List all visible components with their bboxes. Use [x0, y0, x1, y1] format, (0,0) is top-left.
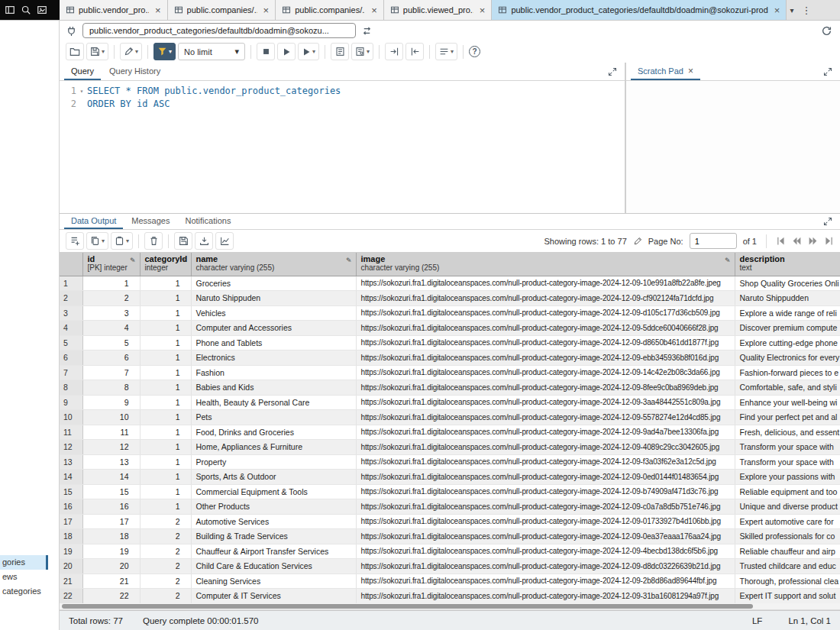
cell-name[interactable]: Automotive Services [191, 514, 356, 529]
cell-description[interactable]: Transform your space with [735, 440, 840, 455]
cell-description[interactable]: Explore cutting-edge phone [735, 335, 840, 351]
column-header-name[interactable]: name character varying (255) ✎ [191, 253, 356, 276]
cell-description[interactable]: Transform your space with [735, 454, 840, 470]
swap-connection-icon[interactable] [361, 25, 373, 37]
table-row[interactable]: 20 20 2 Child Care & Education Services … [60, 559, 840, 574]
close-icon[interactable]: × [688, 66, 693, 76]
scratch-pad-editor[interactable] [626, 81, 840, 213]
eol-indicator[interactable]: LF [752, 616, 762, 625]
cell-name[interactable]: Cleaning Services [191, 573, 356, 589]
connection-input[interactable] [82, 23, 356, 38]
delete-rows-button[interactable] [144, 232, 163, 250]
cell-id[interactable]: 9 [82, 395, 140, 410]
edit-button[interactable]: ▾ [120, 43, 142, 60]
row-number-cell[interactable]: 3 [60, 305, 82, 321]
cell-name[interactable]: Fashion [191, 365, 356, 380]
cell-id[interactable]: 22 [82, 589, 140, 604]
download-results-button[interactable] [195, 232, 213, 250]
cell-name[interactable]: Naruto Shippuden [191, 291, 356, 306]
column-header-description[interactable]: description text [735, 253, 840, 276]
refresh-icon[interactable] [821, 25, 832, 37]
cell-id[interactable]: 19 [82, 544, 140, 559]
cell-description[interactable]: Enhance your well-being wi [735, 395, 840, 410]
column-header-image[interactable]: image character varying (255) ✎ [356, 253, 735, 276]
last-page-button[interactable] [824, 236, 834, 246]
cell-description[interactable]: Comfortable, safe, and styli [735, 380, 840, 396]
close-icon[interactable]: × [774, 5, 780, 15]
cell-categoryId[interactable]: 1 [140, 291, 191, 306]
page-number-input[interactable] [690, 233, 737, 249]
copy-button[interactable]: ▾ [86, 232, 108, 250]
cell-id[interactable]: 7 [82, 365, 140, 380]
cell-categoryId[interactable]: 1 [140, 454, 191, 470]
cell-categoryId[interactable]: 1 [140, 440, 191, 455]
cell-name[interactable]: Health, Beauty & Personal Care [191, 395, 356, 410]
pencil-icon[interactable]: ✎ [725, 257, 731, 264]
row-number-cell[interactable]: 6 [60, 351, 82, 366]
cell-image[interactable]: https://sokozuri.fra1.digitaloceanspaces… [356, 380, 735, 396]
row-number-cell[interactable]: 8 [60, 380, 82, 396]
row-number-cell[interactable]: 2 [60, 291, 82, 306]
search-icon[interactable] [21, 5, 31, 15]
row-number-cell[interactable]: 5 [60, 335, 82, 351]
cell-id[interactable]: 1 [82, 276, 140, 291]
cell-id[interactable]: 11 [82, 425, 140, 440]
table-row[interactable]: 22 22 2 Computer & IT Services https://s… [60, 589, 840, 604]
table-row[interactable]: 9 9 1 Health, Beauty & Personal Care htt… [60, 395, 840, 410]
cell-description[interactable]: Explore a wide range of reli [735, 305, 840, 321]
cell-name[interactable]: Property [191, 454, 356, 470]
tab-notifications[interactable]: Notifications [178, 214, 237, 229]
cell-description[interactable]: Unique and diverse product [735, 499, 840, 515]
cell-categoryId[interactable]: 2 [140, 529, 191, 544]
cell-categoryId[interactable]: 1 [140, 484, 191, 499]
cell-id[interactable]: 2 [82, 291, 140, 306]
column-header-categoryId[interactable]: categoryId integer ✎ [140, 253, 191, 276]
tree-item-views[interactable]: ews [0, 570, 48, 584]
cell-name[interactable]: Home, Appliances & Furniture [191, 440, 356, 455]
row-number-cell[interactable]: 4 [60, 321, 82, 336]
table-row[interactable]: 4 4 1 Computer and Accessories https://s… [60, 321, 840, 336]
pencil-icon[interactable] [633, 237, 642, 246]
cell-id[interactable]: 10 [82, 410, 140, 425]
cell-name[interactable]: Pets [191, 410, 356, 425]
cell-name[interactable]: Child Care & Education Services [191, 559, 356, 574]
cell-name[interactable]: Phone and Tablets [191, 335, 356, 351]
table-row[interactable]: 15 15 1 Commercial Equipment & Tools htt… [60, 484, 840, 499]
table-row[interactable]: 21 21 2 Cleaning Services https://sokozu… [60, 573, 840, 589]
cell-image[interactable]: https://sokozuri.fra1.digitaloceanspaces… [356, 573, 735, 589]
save-file-button[interactable]: ▾ [86, 43, 108, 60]
add-row-button[interactable] [66, 232, 84, 250]
window-tab-companies-2[interactable]: public.companies/... × [276, 0, 384, 20]
cancel-query-button[interactable] [257, 43, 275, 60]
table-row[interactable]: 18 18 2 Building & Trade Services https:… [60, 529, 840, 544]
window-tab-vendor-pro[interactable]: public.vendor_pro... × [60, 0, 168, 20]
cell-id[interactable]: 5 [82, 335, 140, 351]
cell-id[interactable]: 20 [82, 559, 140, 574]
chevron-down-icon[interactable]: ▾ [790, 6, 793, 15]
sql-editor[interactable]: 1 ▾ SELECT * FROM public.vendor_product_… [60, 81, 625, 213]
window-tab-viewed-pro[interactable]: public.viewed_pro... × [384, 0, 493, 20]
row-number-cell[interactable]: 10 [60, 410, 82, 425]
cell-name[interactable]: Commercial Equipment & Tools [191, 484, 356, 499]
cell-image[interactable]: https://sokozuri.fra1.digitaloceanspaces… [356, 291, 735, 306]
cell-description[interactable]: Explore your passions with [735, 470, 840, 485]
close-icon[interactable]: × [263, 5, 270, 15]
cell-description[interactable]: Reliable equipment and too [735, 484, 840, 499]
cell-description[interactable]: Expert IT support and solut [735, 589, 840, 604]
cell-categoryId[interactable]: 1 [140, 335, 191, 351]
pencil-icon[interactable]: ✎ [130, 257, 136, 264]
row-limit-select[interactable]: No limit▾ [178, 43, 245, 60]
cell-categoryId[interactable]: 1 [140, 276, 191, 291]
cell-id[interactable]: 14 [82, 470, 140, 485]
table-row[interactable]: 5 5 1 Phone and Tablets https://sokozuri… [60, 335, 840, 351]
tree-item-categories[interactable]: categories [0, 584, 48, 599]
tab-query-history[interactable]: Query History [102, 63, 167, 80]
rollback-button[interactable] [405, 43, 424, 60]
tab-messages[interactable]: Messages [124, 214, 176, 229]
cell-description[interactable]: Trusted childcare and educ [735, 559, 840, 574]
cell-name[interactable]: Other Products [191, 499, 356, 515]
table-row[interactable]: 7 7 1 Fashion https://sokozuri.fra1.digi… [60, 365, 840, 380]
cell-categoryId[interactable]: 1 [140, 321, 191, 336]
cell-image[interactable]: https://sokozuri.fra1.digitaloceanspaces… [356, 499, 735, 515]
row-number-cell[interactable]: 17 [60, 514, 82, 529]
